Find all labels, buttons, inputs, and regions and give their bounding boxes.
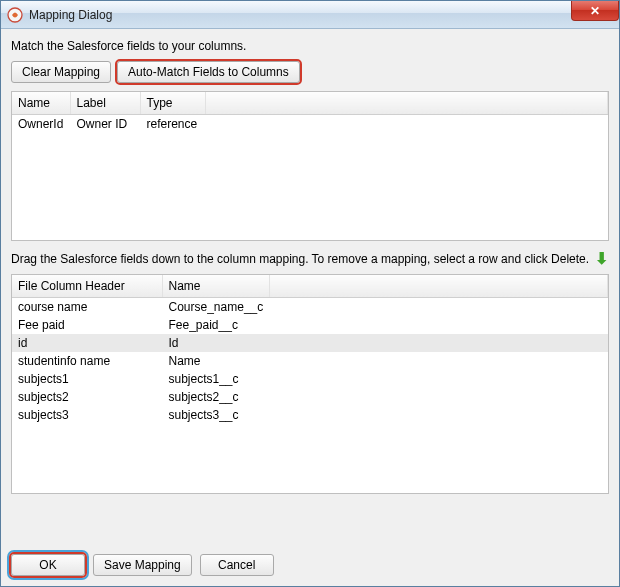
- cell-name: subjects2__c: [162, 388, 270, 406]
- cell-name: subjects3__c: [162, 406, 270, 424]
- close-icon: ✕: [590, 4, 600, 18]
- instructions-bottom-row: Drag the Salesforce fields down to the c…: [11, 249, 609, 268]
- fields-header-label[interactable]: Label: [70, 92, 140, 115]
- cell-file_col: studentinfo name: [12, 352, 162, 370]
- instructions-bottom: Drag the Salesforce fields down to the c…: [11, 252, 589, 266]
- ok-button[interactable]: OK: [11, 554, 85, 576]
- mapping-table[interactable]: File Column Header Name course nameCours…: [12, 275, 608, 424]
- cell-name: OwnerId: [12, 115, 70, 134]
- footer: OK Save Mapping Cancel: [11, 542, 609, 576]
- window-title: Mapping Dialog: [29, 8, 112, 22]
- fields-header-type[interactable]: Type: [140, 92, 205, 115]
- fields-table[interactable]: Name Label Type OwnerIdOwner IDreference: [12, 92, 608, 133]
- auto-match-button[interactable]: Auto-Match Fields to Columns: [117, 61, 300, 83]
- table-row[interactable]: Fee paidFee_paid__c: [12, 316, 608, 334]
- cell-name: Course_name__c: [162, 298, 270, 317]
- cell-file_col: id: [12, 334, 162, 352]
- mapping-dialog-window: Mapping Dialog ✕ Match the Salesforce fi…: [0, 0, 620, 587]
- fields-header-spacer: [205, 92, 608, 115]
- cell-file_col: subjects1: [12, 370, 162, 388]
- table-row[interactable]: subjects3subjects3__c: [12, 406, 608, 424]
- app-icon: [7, 7, 23, 23]
- cell-type: reference: [140, 115, 205, 134]
- cell-file_col: subjects3: [12, 406, 162, 424]
- table-row[interactable]: OwnerIdOwner IDreference: [12, 115, 608, 134]
- mapping-panel: File Column Header Name course nameCours…: [11, 274, 609, 494]
- clear-mapping-button[interactable]: Clear Mapping: [11, 61, 111, 83]
- titlebar: Mapping Dialog ✕: [1, 1, 619, 29]
- table-row[interactable]: studentinfo nameName: [12, 352, 608, 370]
- toolbar: Clear Mapping Auto-Match Fields to Colum…: [11, 61, 609, 83]
- cell-file_col: course name: [12, 298, 162, 317]
- cell-name: Fee_paid__c: [162, 316, 270, 334]
- instructions-top: Match the Salesforce fields to your colu…: [11, 39, 609, 53]
- down-arrow-icon: ⬇: [595, 249, 608, 268]
- save-mapping-button[interactable]: Save Mapping: [93, 554, 192, 576]
- close-button[interactable]: ✕: [571, 1, 619, 21]
- cell-name: Name: [162, 352, 270, 370]
- cell-label: Owner ID: [70, 115, 140, 134]
- cancel-button[interactable]: Cancel: [200, 554, 274, 576]
- mapping-header-spacer: [270, 275, 608, 298]
- mapping-header-name[interactable]: Name: [162, 275, 270, 298]
- cell-file_col: subjects2: [12, 388, 162, 406]
- client-area: Match the Salesforce fields to your colu…: [1, 29, 619, 586]
- table-row[interactable]: course nameCourse_name__c: [12, 298, 608, 317]
- fields-header-name[interactable]: Name: [12, 92, 70, 115]
- fields-panel: Name Label Type OwnerIdOwner IDreference: [11, 91, 609, 241]
- table-row[interactable]: idId: [12, 334, 608, 352]
- cell-file_col: Fee paid: [12, 316, 162, 334]
- mapping-header-filecol[interactable]: File Column Header: [12, 275, 162, 298]
- table-row[interactable]: subjects2subjects2__c: [12, 388, 608, 406]
- cell-name: subjects1__c: [162, 370, 270, 388]
- table-row[interactable]: subjects1subjects1__c: [12, 370, 608, 388]
- cell-name: Id: [162, 334, 270, 352]
